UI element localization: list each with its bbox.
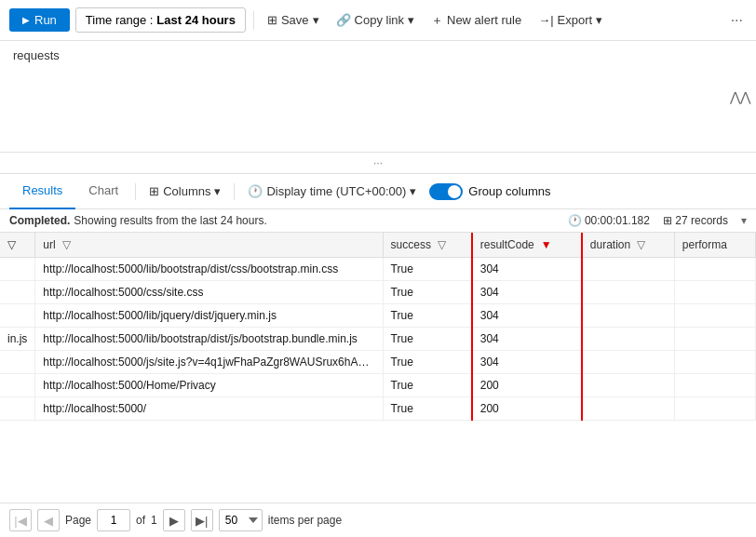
results-table: ▽ url ▽ success ▽ bbox=[0, 233, 756, 421]
cell-duration bbox=[582, 374, 675, 397]
export-label: Export bbox=[558, 13, 593, 27]
table-header-row: ▽ url ▽ success ▽ bbox=[0, 233, 756, 258]
toolbar: ▶ Run Time range : Last 24 hours ⊞ Save … bbox=[0, 0, 756, 41]
duration-value: 00:00:01.182 bbox=[585, 214, 650, 227]
cell-resultcode: 304 bbox=[472, 304, 582, 328]
th-filter-all: ▽ bbox=[0, 233, 35, 258]
cell-performa bbox=[674, 304, 755, 328]
cell-duration bbox=[582, 328, 675, 351]
page-first-button[interactable]: |◀ bbox=[9, 509, 32, 531]
records-value: 27 records bbox=[675, 214, 728, 227]
expand-records-icon[interactable]: ▾ bbox=[741, 214, 747, 227]
page-last-button[interactable]: ▶| bbox=[191, 509, 213, 531]
columns-label: Columns bbox=[163, 184, 210, 198]
th-success: success ▽ bbox=[383, 233, 472, 258]
success-filter-icon[interactable]: ▽ bbox=[438, 238, 446, 251]
cell-duration bbox=[582, 304, 675, 328]
time-range-prefix: Time range : bbox=[86, 13, 154, 27]
group-columns-label: Group columns bbox=[468, 184, 550, 198]
row-index bbox=[0, 258, 35, 281]
export-button[interactable]: →| Export ▾ bbox=[533, 9, 608, 31]
status-duration: 🕐 00:00:01.182 bbox=[568, 214, 650, 227]
table-body: http://localhost:5000/lib/bootstrap/dist… bbox=[0, 258, 756, 421]
main-content: requests ⋀⋀ ··· Results Chart ⊞ Columns … bbox=[0, 41, 756, 537]
status-showing-label: Showing results from the last 24 hours. bbox=[74, 214, 266, 227]
table-row: http://localhost:5000/lib/jquery/dist/jq… bbox=[0, 304, 756, 328]
row-index bbox=[0, 304, 35, 328]
save-button[interactable]: ⊞ Save ▾ bbox=[262, 9, 325, 31]
tab-chart[interactable]: Chart bbox=[75, 174, 131, 209]
row-index bbox=[0, 281, 35, 304]
columns-button[interactable]: ⊞ Columns ▾ bbox=[140, 179, 230, 204]
cell-success: True bbox=[383, 281, 472, 304]
th-performa: performa bbox=[674, 233, 755, 258]
of-label: of bbox=[136, 514, 145, 527]
tabs-row: Results Chart ⊞ Columns ▾ 🕐 Display time… bbox=[0, 174, 756, 209]
new-alert-button[interactable]: ＋ New alert rule bbox=[425, 8, 527, 33]
performa-col-label: performa bbox=[682, 238, 727, 251]
items-label: items per page bbox=[268, 514, 342, 527]
total-pages: 1 bbox=[151, 514, 157, 527]
group-columns-toggle[interactable] bbox=[429, 183, 463, 200]
display-time-button[interactable]: 🕐 Display time (UTC+00:00) ▾ bbox=[238, 179, 425, 204]
cell-duration bbox=[582, 281, 675, 304]
save-label: Save bbox=[281, 13, 309, 27]
cell-success: True bbox=[383, 258, 472, 281]
th-resultcode: resultCode ▼ bbox=[472, 233, 582, 258]
query-text: requests bbox=[13, 48, 60, 62]
table-row: http://localhost:5000/css/site.css True … bbox=[0, 281, 756, 304]
cell-performa bbox=[674, 258, 755, 281]
copy-link-label: Copy link bbox=[355, 13, 404, 27]
cell-resultcode: 200 bbox=[472, 374, 582, 397]
run-button[interactable]: ▶ Run bbox=[9, 8, 70, 32]
cell-success: True bbox=[383, 328, 472, 351]
th-duration: duration ▽ bbox=[582, 233, 675, 258]
status-left: Completed. Showing results from the last… bbox=[9, 214, 267, 227]
toggle-knob bbox=[448, 185, 461, 198]
row-index: in.js bbox=[0, 328, 35, 351]
cell-performa bbox=[674, 328, 755, 351]
table-row: http://localhost:5000/Home/Privacy True … bbox=[0, 374, 756, 397]
page-number-input[interactable] bbox=[97, 509, 130, 531]
cell-duration bbox=[582, 258, 675, 281]
page-prev-button[interactable]: ◀ bbox=[37, 509, 60, 531]
cell-resultcode: 200 bbox=[472, 397, 582, 421]
cell-success: True bbox=[383, 351, 472, 374]
table-row: http://localhost:5000/ True 200 bbox=[0, 397, 756, 421]
url-filter-icon[interactable]: ▽ bbox=[62, 238, 71, 251]
page-next-button[interactable]: ▶ bbox=[163, 509, 185, 531]
table-wrapper: ▽ url ▽ success ▽ bbox=[0, 233, 756, 503]
row-index bbox=[0, 374, 35, 397]
filter-all-icon[interactable]: ▽ bbox=[7, 238, 16, 251]
more-options-icon[interactable]: ··· bbox=[727, 12, 747, 29]
copy-link-chevron-icon: ▾ bbox=[408, 13, 414, 27]
duration-filter-icon[interactable]: ▽ bbox=[637, 238, 645, 251]
clock-icon: 🕐 bbox=[248, 184, 263, 198]
success-col-label: success bbox=[391, 238, 431, 251]
page-label: Page bbox=[65, 514, 91, 527]
tab-separator bbox=[135, 183, 136, 200]
copy-link-button[interactable]: 🔗 Copy link ▾ bbox=[331, 9, 420, 31]
cell-url: http://localhost:5000/css/site.css bbox=[35, 281, 383, 304]
display-time-label: Display time (UTC+00:00) bbox=[266, 184, 406, 198]
cell-success: True bbox=[383, 374, 472, 397]
table-icon: ⊞ bbox=[663, 214, 672, 227]
cell-performa bbox=[674, 281, 755, 304]
export-chevron-icon: ▾ bbox=[596, 13, 602, 27]
cell-resultcode: 304 bbox=[472, 258, 582, 281]
new-alert-label: New alert rule bbox=[447, 13, 521, 27]
cell-resultcode: 304 bbox=[472, 328, 582, 351]
row-index bbox=[0, 351, 35, 374]
cell-success: True bbox=[383, 304, 472, 328]
resultcode-filter-icon[interactable]: ▼ bbox=[541, 238, 552, 251]
run-label: Run bbox=[34, 13, 57, 27]
resultcode-col-label: resultCode bbox=[480, 238, 534, 251]
items-per-page-select[interactable]: 50 100 200 bbox=[219, 509, 263, 531]
time-range-button[interactable]: Time range : Last 24 hours bbox=[75, 7, 246, 33]
status-records: ⊞ 27 records bbox=[663, 214, 728, 227]
expand-dots[interactable]: ··· bbox=[0, 153, 756, 174]
tab-results[interactable]: Results bbox=[9, 174, 75, 209]
display-time-chevron-icon: ▾ bbox=[410, 184, 416, 198]
cell-url: http://localhost:5000/js/site.js?v=4q1jw… bbox=[35, 351, 383, 374]
collapse-icon[interactable]: ⋀⋀ bbox=[730, 89, 750, 104]
